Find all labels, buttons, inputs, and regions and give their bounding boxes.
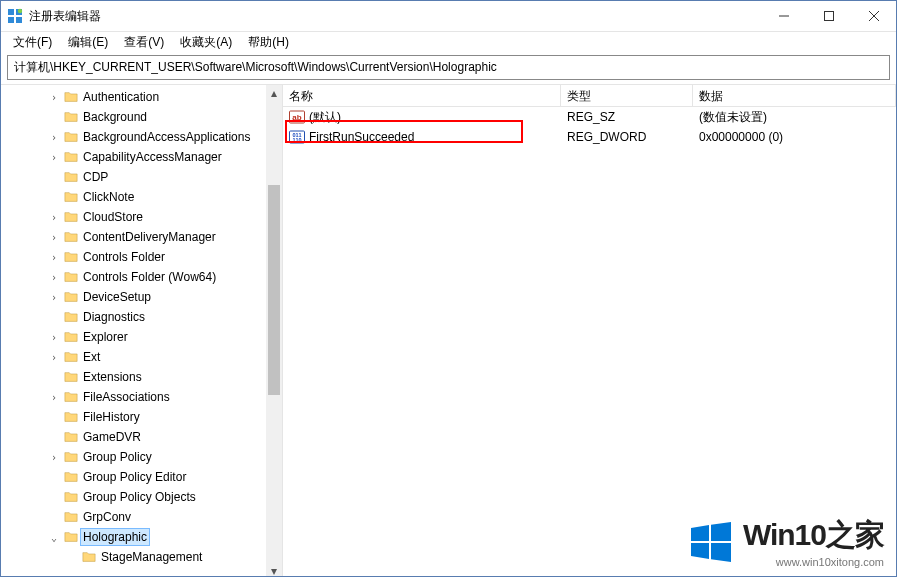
tree-item[interactable]: ›CapabilityAccessManager (3, 147, 282, 167)
column-type[interactable]: 类型 (561, 85, 693, 106)
column-data[interactable]: 数据 (693, 85, 896, 106)
watermark-title: Win10之家 (743, 515, 884, 556)
svg-marker-11 (691, 543, 709, 559)
tree-item[interactable]: FileHistory (3, 407, 282, 427)
tree-item[interactable]: ›Authentication (3, 87, 282, 107)
tree-pane: ›AuthenticationBackground›BackgroundAcce… (1, 85, 283, 577)
svg-rect-6 (824, 12, 833, 21)
minimize-button[interactable] (761, 1, 806, 31)
tree-item-label: Controls Folder (81, 249, 167, 265)
tree-item[interactable]: ClickNote (3, 187, 282, 207)
tree-item[interactable]: StageManagement (3, 547, 282, 567)
expander-icon[interactable]: › (47, 452, 61, 463)
list-header: 名称 类型 数据 (283, 85, 896, 107)
tree-item[interactable]: ›Ext (3, 347, 282, 367)
scroll-down-icon[interactable]: ▾ (266, 563, 282, 577)
tree-item-label: FileAssociations (81, 389, 172, 405)
menu-edit[interactable]: 编辑(E) (60, 32, 116, 53)
content-area: ›AuthenticationBackground›BackgroundAcce… (1, 84, 896, 577)
tree-item[interactable]: ›Controls Folder (Wow64) (3, 267, 282, 287)
watermark-url: www.win10xitong.com (743, 556, 884, 568)
value-data: 0x00000000 (0) (693, 130, 896, 144)
app-icon (7, 8, 23, 24)
tree-item-label: Controls Folder (Wow64) (81, 269, 218, 285)
tree-item[interactable]: Background (3, 107, 282, 127)
menu-file[interactable]: 文件(F) (5, 32, 60, 53)
folder-icon (63, 210, 79, 224)
tree-item[interactable]: ›DeviceSetup (3, 287, 282, 307)
tree-item-label: Background (81, 109, 149, 125)
expander-icon[interactable]: › (47, 212, 61, 223)
expander-icon[interactable]: › (47, 332, 61, 343)
tree-item-label: Authentication (81, 89, 161, 105)
tree-item[interactable]: Diagnostics (3, 307, 282, 327)
tree-item-label: FileHistory (81, 409, 142, 425)
tree-item-label: StageManagement (99, 549, 204, 565)
value-name: (默认) (309, 109, 341, 126)
tree-item[interactable]: ›Controls Folder (3, 247, 282, 267)
expander-icon[interactable]: › (47, 92, 61, 103)
scroll-up-icon[interactable]: ▴ (266, 85, 282, 101)
svg-point-4 (18, 9, 22, 13)
tree-item[interactable]: ›BackgroundAccessApplications (3, 127, 282, 147)
tree-item[interactable]: Group Policy Editor (3, 467, 282, 487)
expander-icon[interactable]: › (47, 232, 61, 243)
tree-item[interactable]: ⌄Holographic (3, 527, 282, 547)
tree-scrollbar[interactable]: ▴ ▾ (266, 85, 282, 577)
expander-icon[interactable]: › (47, 152, 61, 163)
close-button[interactable] (851, 1, 896, 31)
expander-icon[interactable]: › (47, 252, 61, 263)
menu-help[interactable]: 帮助(H) (240, 32, 297, 53)
address-bar[interactable]: 计算机\HKEY_CURRENT_USER\Software\Microsoft… (7, 55, 890, 80)
list-pane: 名称 类型 数据 (默认)REG_SZ(数值未设置)FirstRunSuccee… (283, 85, 896, 577)
folder-icon (63, 330, 79, 344)
expander-icon[interactable]: › (47, 352, 61, 363)
tree-item[interactable]: GrpConv (3, 507, 282, 527)
tree-item[interactable]: ›CloudStore (3, 207, 282, 227)
folder-icon (63, 490, 79, 504)
tree-item[interactable]: ›Explorer (3, 327, 282, 347)
tree-item[interactable]: Extensions (3, 367, 282, 387)
tree-item-label: Group Policy Objects (81, 489, 198, 505)
string-value-icon (289, 109, 305, 125)
value-type: REG_DWORD (561, 130, 693, 144)
tree-item[interactable]: ›FileAssociations (3, 387, 282, 407)
folder-icon (63, 410, 79, 424)
tree-item[interactable]: ›ContentDeliveryManager (3, 227, 282, 247)
tree-item-label: CloudStore (81, 209, 145, 225)
expander-icon[interactable]: › (47, 292, 61, 303)
tree-item-label: DeviceSetup (81, 289, 153, 305)
folder-icon (63, 270, 79, 284)
svg-marker-9 (691, 525, 709, 541)
tree-item[interactable]: GameDVR (3, 427, 282, 447)
expander-icon[interactable]: › (47, 392, 61, 403)
folder-icon (63, 130, 79, 144)
value-name: FirstRunSucceeded (309, 130, 414, 144)
svg-rect-0 (8, 9, 14, 15)
folder-icon (63, 150, 79, 164)
folder-icon (63, 290, 79, 304)
scroll-thumb[interactable] (268, 185, 280, 395)
svg-marker-12 (711, 543, 731, 562)
expander-icon[interactable]: ⌄ (47, 532, 61, 543)
expander-icon[interactable]: › (47, 132, 61, 143)
maximize-button[interactable] (806, 1, 851, 31)
value-row[interactable]: (默认)REG_SZ(数值未设置) (283, 107, 896, 127)
binary-value-icon (289, 129, 305, 145)
expander-icon[interactable]: › (47, 272, 61, 283)
column-name[interactable]: 名称 (283, 85, 561, 106)
tree-item-label: Holographic (81, 529, 149, 545)
window-title: 注册表编辑器 (29, 8, 761, 25)
svg-rect-3 (16, 17, 22, 23)
menu-view[interactable]: 查看(V) (116, 32, 172, 53)
tree-item[interactable]: CDP (3, 167, 282, 187)
tree-item[interactable]: Group Policy Objects (3, 487, 282, 507)
watermark: Win10之家 www.win10xitong.com (689, 515, 884, 568)
tree-item-label: GameDVR (81, 429, 143, 445)
tree-item[interactable]: ›Group Policy (3, 447, 282, 467)
value-data: (数值未设置) (693, 109, 896, 126)
menu-favorites[interactable]: 收藏夹(A) (172, 32, 240, 53)
folder-icon (63, 170, 79, 184)
value-row[interactable]: FirstRunSucceededREG_DWORD0x00000000 (0) (283, 127, 896, 147)
window-controls (761, 1, 896, 31)
